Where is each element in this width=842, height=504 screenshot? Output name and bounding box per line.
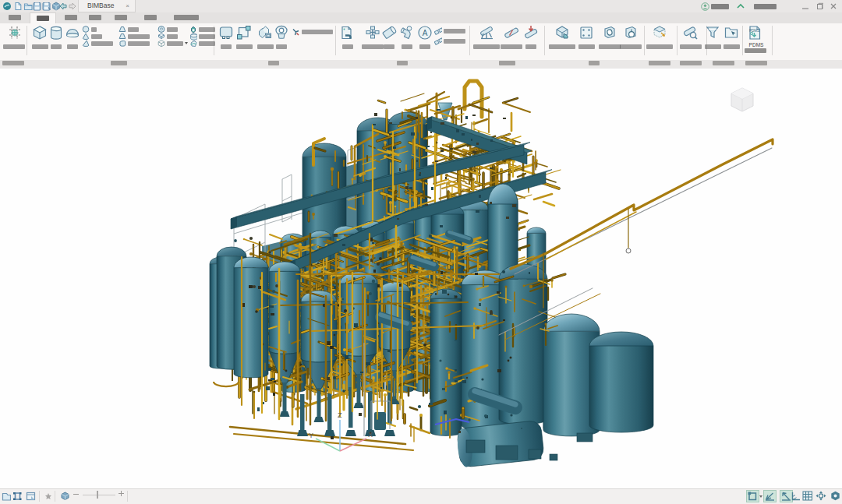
svg-text:Y: Y <box>309 432 313 439</box>
svg-text:Z: Z <box>338 411 342 419</box>
svg-text:X: X <box>368 431 373 439</box>
svg-text:PDMS: PDMS <box>749 29 759 33</box>
svg-text:A: A <box>423 29 428 37</box>
